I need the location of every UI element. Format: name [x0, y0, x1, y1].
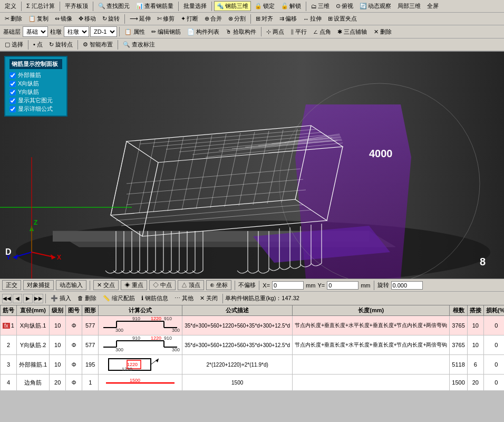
svg-text:910: 910: [164, 317, 172, 321]
btn-merge[interactable]: ⊕ 合并: [202, 14, 225, 24]
btn-rotate[interactable]: ↻ 旋转: [100, 14, 122, 24]
btn-calc[interactable]: Σ 汇总计算: [24, 1, 57, 11]
btn-pick-component[interactable]: 🖱 拾取构件: [223, 27, 259, 37]
svg-text:Z: Z: [34, 219, 37, 226]
cell-length: 3765: [450, 316, 467, 335]
btn-nav-first[interactable]: ◀◀: [2, 294, 12, 303]
btn-move[interactable]: ✥ 移动: [76, 14, 99, 24]
btn-delete[interactable]: ✂ 删除: [2, 14, 25, 24]
btn-dynamic-input[interactable]: 动态输入: [56, 280, 86, 290]
toolbar-area: 定义 Σ 汇总计算 平齐板顶 🔍 查找图元 📊 查看钢筋量 批量选择 🔩 钢筋三…: [0, 0, 504, 52]
btn-lock[interactable]: 🔒 锁定: [252, 1, 277, 11]
btn-coordinate[interactable]: ⊕ 坐标: [206, 280, 231, 290]
cell-count: 6: [467, 355, 483, 375]
cell-formula: 35*d+300+560+1220+560+35*d+300+12.5*d: [182, 335, 293, 355]
cell-length: 3765: [450, 335, 467, 355]
btn-stretch[interactable]: ↔ 拉伸: [301, 14, 324, 24]
btn-nav-prev[interactable]: ◀: [13, 294, 22, 303]
btn-scale-rebar[interactable]: 📏 缩尺配筋: [100, 293, 138, 303]
x-input[interactable]: [272, 281, 304, 290]
btn-two-points[interactable]: ⊹ 两点: [264, 27, 287, 37]
btn-close[interactable]: ✕ 关闭: [197, 293, 220, 303]
layer-select[interactable]: 基础: [23, 26, 48, 37]
cell-name: X向纵筋.1: [17, 316, 50, 335]
btn-other[interactable]: ⋯ 其他: [172, 293, 196, 303]
btn-orthogonal[interactable]: 正交: [2, 280, 21, 290]
btn-mirror[interactable]: ⇔ 镜像: [52, 14, 75, 24]
btn-three-point-axis[interactable]: ✱ 三点辅轴: [335, 27, 370, 37]
btn-insert[interactable]: ➕ 插入: [48, 293, 74, 303]
btn-trim[interactable]: ✄ 修剪: [154, 14, 177, 24]
table-row[interactable]: 4 边角筋 20 Φ 1 1500 1500 1500 20 0 3: [1, 375, 505, 391]
cell-desc: 节点内长度+垂直长度+水平长度+垂直长度+节点内长度+两倍弯钩: [293, 316, 450, 335]
btn-component-list[interactable]: 📄 构件列表: [185, 27, 222, 37]
btn-property[interactable]: 📋 属性: [122, 27, 148, 37]
btn-endpoint[interactable]: ◈ 重点: [121, 280, 147, 290]
cell-shape: 300 910 1220 910 300: [99, 335, 182, 355]
svg-text:910: 910: [132, 317, 140, 321]
btn-break[interactable]: ✦ 打断: [178, 14, 201, 24]
btn-copy[interactable]: 📋 复制: [26, 14, 51, 24]
btn-vertex[interactable]: △ 顶点: [178, 280, 204, 290]
btn-rebar-3d[interactable]: 🔩 钢筋三维: [214, 1, 251, 11]
checkbox-other-elements[interactable]: [9, 98, 16, 104]
x-label: X=: [263, 282, 270, 289]
btn-split[interactable]: ⊗ 分割: [226, 14, 248, 24]
col-desc: 公式描述: [182, 305, 293, 316]
btn-define[interactable]: 定义: [2, 1, 19, 11]
statusbar: 正交 对象捕捉 动态输入 ✕ 交点 ◈ 重点 ◇ 中点 △ 顶点 ⊕ 坐标 不偏…: [0, 279, 504, 291]
cell-overlap: 0: [483, 355, 504, 375]
btn-batch-select[interactable]: 批量选择: [181, 1, 209, 11]
y-input[interactable]: [327, 281, 358, 290]
btn-smart-layout[interactable]: ⚙ 智能布置: [80, 40, 115, 50]
btn-edit-rebar[interactable]: ✏ 编辑钢筋: [149, 27, 183, 37]
btn-del[interactable]: 🗑 删除: [75, 293, 99, 303]
panel-title: 钢筋显示控制面板: [9, 59, 62, 69]
btn-select[interactable]: ▢ 选择: [2, 40, 26, 50]
btn-view-qty[interactable]: 📊 查看钢筋量: [133, 1, 176, 11]
btn-find[interactable]: 🔍 查找图元: [95, 1, 132, 11]
btn-point-angle[interactable]: ∠ 点角: [311, 27, 334, 37]
btn-object-snap[interactable]: 对象捕捉: [23, 280, 54, 290]
table-row[interactable]: 2 Y向纵筋.2 10 Φ 577 300 910 1220 910: [1, 335, 505, 355]
btn-intersection[interactable]: ✕ 交点: [93, 280, 119, 290]
checkbox-x-rebar[interactable]: [9, 81, 16, 87]
element-id-select[interactable]: ZD-1: [90, 26, 117, 37]
viewport-3d[interactable]: Z X Y 4000 D 8 钢筋显示控制面板 外部箍筋: [0, 52, 504, 279]
col-diameter: 直径(mm): [17, 305, 50, 316]
cell-shape-id: 577: [82, 335, 99, 355]
btn-rotate-point[interactable]: ↻ 旋转点: [46, 40, 75, 50]
btn-align-top[interactable]: 平齐板顶: [62, 1, 91, 11]
btn-3d[interactable]: 🗂 三维: [308, 1, 332, 11]
element-type-select[interactable]: 柱墩: [64, 26, 89, 37]
btn-delete-axis[interactable]: ✕ 删除: [371, 27, 394, 37]
btn-unlock[interactable]: 🔓 解锁: [278, 1, 304, 11]
table-row[interactable]: fx 1 X向纵筋.1 10 Φ 577 300 91: [1, 316, 505, 335]
btn-dynamic-view[interactable]: 🔄 动态观察: [357, 1, 394, 11]
btn-nav-next[interactable]: ▶: [23, 294, 33, 303]
btn-align[interactable]: ⊞ 对齐: [253, 14, 276, 24]
btn-rebar-info[interactable]: ℹ 钢筋信息: [139, 293, 171, 303]
svg-text:300: 300: [115, 328, 123, 333]
btn-parallel[interactable]: ∥ 平行: [288, 27, 309, 37]
btn-offset[interactable]: ⇉ 偏移: [277, 14, 299, 24]
cell-grade: Φ: [66, 355, 82, 375]
btn-query-annotation[interactable]: 🔍 查改标注: [120, 40, 158, 50]
table-row[interactable]: 3 外部箍筋.1 10 Φ 195 1220 1220 2*(1220+1220…: [1, 355, 505, 375]
btn-extend[interactable]: ⟶ 延伸: [127, 14, 153, 24]
btn-midpoint[interactable]: ◇ 中点: [149, 280, 176, 290]
checkbox-outer-stirrup[interactable]: [9, 72, 16, 79]
btn-top-view[interactable]: ⊙ 俯视: [333, 1, 356, 11]
btn-nav-last[interactable]: ▶▶: [34, 294, 43, 303]
btn-fullscreen[interactable]: 全屏: [424, 1, 441, 11]
checkbox-detail-formula[interactable]: [9, 106, 16, 112]
btn-point[interactable]: • 点: [31, 40, 45, 50]
checkbox-y-rebar[interactable]: [9, 89, 16, 95]
rotate-input[interactable]: [391, 281, 423, 290]
panel-item-1: 外部箍筋: [9, 71, 62, 79]
cell-grade: Φ: [66, 335, 82, 355]
btn-local-3d[interactable]: 局部三维: [395, 1, 423, 11]
cell-formula: 1500: [182, 375, 293, 391]
btn-set-grip[interactable]: ⊞ 设置夹点: [325, 14, 360, 24]
svg-text:1220: 1220: [151, 317, 161, 321]
